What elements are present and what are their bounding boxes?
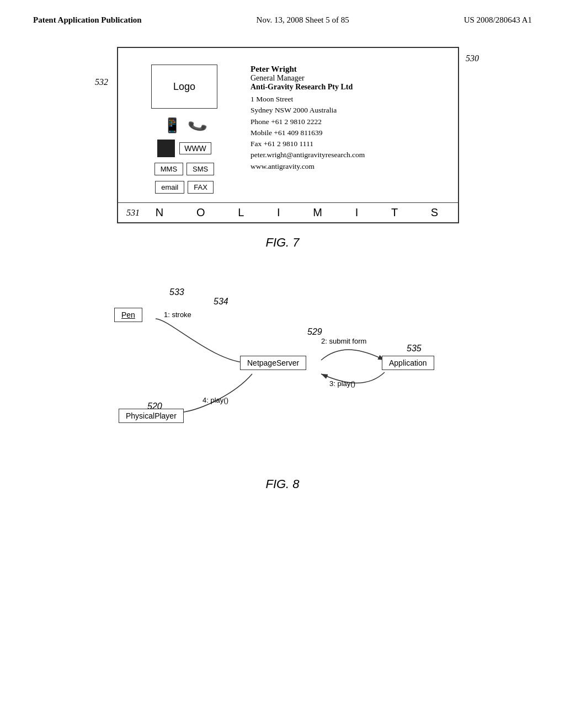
application-box: Application bbox=[382, 356, 434, 370]
contact-phone: Phone +61 2 9810 2222 bbox=[250, 116, 441, 127]
contact-city: Sydney NSW 2000 Australia bbox=[250, 105, 441, 116]
fig8-container: 533 534 529 535 520 Pen NetpageServer Ap… bbox=[0, 277, 565, 491]
contact-web: www.antigravity.com bbox=[250, 161, 441, 172]
arrow4-label: 4: play() bbox=[202, 396, 228, 404]
label-532: 532 bbox=[95, 77, 108, 87]
contact-fax: Fax +61 2 9810 1111 bbox=[250, 138, 441, 149]
bottom-chars-row: N O L I M I T S bbox=[144, 206, 450, 219]
ref-534: 534 bbox=[214, 297, 228, 307]
www-box: WWW bbox=[179, 142, 211, 154]
fig8-caption: FIG. 8 bbox=[265, 477, 299, 491]
fig8-arrows-svg bbox=[103, 277, 462, 465]
physical-player-label: PhysicalPlayer bbox=[126, 411, 177, 420]
www-label: WWW bbox=[184, 144, 206, 153]
label-531: 531 bbox=[126, 208, 140, 218]
contact-email: peter.wright@antigravityresearch.com bbox=[250, 149, 441, 160]
contact-company: Anti-Gravity Research Pty Ltd bbox=[250, 83, 441, 92]
bottom-char-I1: I bbox=[277, 206, 280, 219]
page-header: Patent Application Publication Nov. 13, … bbox=[0, 0, 565, 30]
email-label: email bbox=[161, 183, 178, 191]
arrow3-label: 3: play() bbox=[329, 379, 355, 388]
netpage-server-label: NetpageServer bbox=[247, 358, 299, 367]
logo-text: Logo bbox=[173, 81, 195, 93]
bottom-char-T: T bbox=[391, 206, 398, 219]
fig7-card: 530 Logo 📱 📞 WWW bbox=[117, 47, 459, 223]
fax-button: FAX bbox=[188, 181, 214, 194]
fig7-caption: FIG. 7 bbox=[265, 235, 299, 250]
fig8-diagram: 533 534 529 535 520 Pen NetpageServer Ap… bbox=[103, 277, 462, 465]
contact-mobile: Mobile +61 409 811639 bbox=[250, 127, 441, 138]
pen-label: Pen bbox=[121, 311, 135, 319]
mms-button: MMS bbox=[154, 163, 183, 175]
fax-label: FAX bbox=[194, 183, 207, 191]
bottom-char-I2: I bbox=[355, 206, 359, 219]
phone-icon: 📱 bbox=[163, 117, 181, 134]
email-fax-row: email FAX bbox=[155, 181, 214, 194]
ref-529: 529 bbox=[307, 327, 322, 337]
fig7-left-section: Logo 📱 📞 WWW MMS bbox=[129, 59, 239, 211]
bottom-row: 531 N O L I M I T S bbox=[118, 202, 458, 222]
header-left: Patent Application Publication bbox=[33, 15, 142, 25]
bottom-char-L: L bbox=[238, 206, 244, 219]
header-right: US 2008/280643 A1 bbox=[464, 15, 532, 25]
contact-title: General Manager bbox=[250, 74, 441, 83]
bottom-char-N: N bbox=[156, 206, 163, 219]
arrow2-label: 2: submit form bbox=[321, 337, 366, 345]
black-square-icon bbox=[157, 140, 175, 157]
sms-label: SMS bbox=[193, 165, 208, 173]
pen-box: Pen bbox=[114, 308, 142, 322]
ref-535: 535 bbox=[407, 344, 422, 354]
bottom-char-O: O bbox=[196, 206, 205, 219]
square-www-row: WWW bbox=[157, 140, 211, 157]
contact-name: Peter Wright bbox=[250, 65, 441, 74]
physical-player-box: PhysicalPlayer bbox=[119, 409, 184, 423]
netpage-server-box: NetpageServer bbox=[240, 356, 306, 370]
fig7-container: 532 530 Logo 📱 📞 WWW bbox=[0, 47, 565, 250]
mms-label: MMS bbox=[161, 165, 177, 173]
mms-sms-row: MMS SMS bbox=[154, 163, 215, 175]
sms-button: SMS bbox=[186, 163, 214, 175]
bottom-char-S: S bbox=[431, 206, 438, 219]
ref-533: 533 bbox=[169, 287, 184, 297]
fig7-right-section: Peter Wright General Manager Anti-Gravit… bbox=[239, 59, 447, 211]
application-label: Application bbox=[389, 358, 427, 367]
header-center: Nov. 13, 2008 Sheet 5 of 85 bbox=[257, 15, 349, 25]
arrow1-label: 1: stroke bbox=[164, 311, 191, 319]
handset-icon: 📞 bbox=[186, 115, 209, 136]
logo-box: Logo bbox=[151, 65, 217, 109]
label-530: 530 bbox=[466, 53, 479, 63]
email-button: email bbox=[155, 181, 184, 194]
bottom-char-M: M bbox=[313, 206, 322, 219]
contact-address: 1 Moon Street bbox=[250, 94, 441, 105]
icons-row: 📱 📞 bbox=[163, 117, 206, 134]
